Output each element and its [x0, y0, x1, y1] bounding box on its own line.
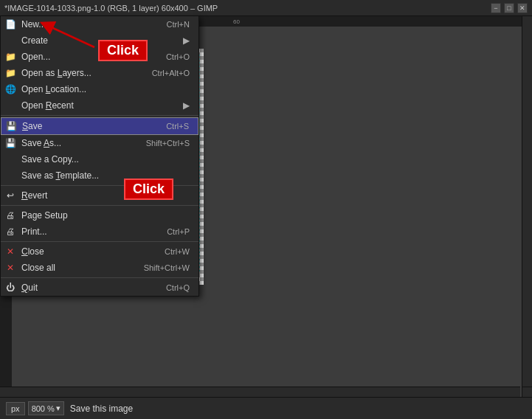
menu-item-new-label: New...	[21, 19, 152, 30]
close-button[interactable]: ✕	[517, 3, 528, 13]
recent-arrow-icon: ▶	[183, 100, 190, 111]
ruler-h-60: 60	[233, 18, 240, 25]
menu-item-open[interactable]: 📁 Open... Ctrl+O	[1, 49, 198, 65]
menu-item-revert[interactable]: ↩ Revert	[1, 187, 198, 204]
menu-item-open-location-label: Open Location...	[21, 84, 175, 94]
menu-item-new[interactable]: 📄 New... Ctrl+N	[1, 16, 198, 32]
save-as-icon: 💾	[5, 138, 15, 148]
menu-item-close-all[interactable]: ✕ Close all Shift+Ctrl+W	[1, 260, 198, 276]
menu-item-save-as[interactable]: 💾 Save As... Shift+Ctrl+S	[1, 135, 198, 151]
horizontal-scrollbar[interactable]	[0, 387, 520, 397]
menu-item-create[interactable]: Create ▶	[1, 32, 198, 49]
menu-item-new-shortcut: Ctrl+N	[167, 20, 190, 29]
menu-item-save-template[interactable]: Save as Template...	[1, 167, 198, 184]
save-copy-icon	[5, 154, 15, 165]
menu-item-save-label: Save	[22, 121, 151, 131]
zoom-selector[interactable]: 800 % ▾	[28, 401, 64, 415]
menu-item-open-shortcut: Ctrl+O	[166, 52, 190, 61]
close-icon: ✕	[5, 246, 15, 257]
title-bar: *IMAGE-1014-1033.png-1.0 (RGB, 1 layer) …	[0, 0, 532, 16]
menu-item-open-layers-shortcut: Ctrl+Alt+O	[152, 69, 190, 77]
menu-item-save-copy[interactable]: Save a Copy...	[1, 151, 198, 167]
menu-item-close-all-shortcut: Shift+Ctrl+W	[144, 263, 190, 272]
separator-4	[1, 241, 198, 242]
scroll-corner	[522, 387, 532, 397]
separator-5	[1, 277, 198, 278]
create-arrow-icon: ▶	[183, 35, 190, 46]
recent-icon	[5, 100, 15, 111]
globe-icon: 🌐	[5, 84, 15, 94]
revert-icon: ↩	[5, 190, 15, 201]
open-folder-icon: 📁	[5, 52, 15, 62]
close-all-icon: ✕	[5, 263, 15, 273]
window-title: *IMAGE-1014-1033.png-1.0 (RGB, 1 layer) …	[4, 4, 218, 13]
menu-item-page-setup-label: Page Setup	[21, 210, 175, 221]
save-template-icon	[5, 170, 15, 181]
menu-item-print-label: Print...	[21, 226, 152, 237]
open-layers-icon: 📁	[5, 68, 15, 78]
menu-item-page-setup[interactable]: 🖨 Page Setup	[1, 207, 198, 224]
separator-2	[1, 185, 198, 186]
menu-item-open-layers-label: Open as Layers...	[21, 68, 137, 78]
zoom-value: 800 %	[32, 404, 55, 413]
menu-item-print[interactable]: 🖨 Print... Ctrl+P	[1, 224, 198, 240]
menu-item-save[interactable]: 💾 Save Ctrl+S	[1, 117, 198, 135]
menu-item-print-shortcut: Ctrl+P	[167, 227, 190, 236]
menu-item-open-recent-label: Open Recent	[21, 100, 180, 111]
separator-1	[1, 115, 198, 116]
create-icon	[5, 35, 15, 46]
status-bar: px 800 % ▾ Save this image	[0, 397, 532, 419]
zoom-arrow-icon: ▾	[56, 404, 61, 413]
menu-item-save-shortcut: Ctrl+S	[166, 122, 189, 131]
menu-item-open-layers[interactable]: 📁 Open as Layers... Ctrl+Alt+O	[1, 65, 198, 81]
menu-item-save-copy-label: Save a Copy...	[21, 154, 175, 165]
menu-item-open-location[interactable]: 🌐 Open Location...	[1, 81, 198, 97]
unit-selector[interactable]: px	[6, 402, 25, 415]
menu-item-close-label: Close	[21, 246, 150, 257]
menu-item-quit[interactable]: ⏻ Quit Ctrl+Q	[1, 280, 198, 296]
menu-item-quit-shortcut: Ctrl+Q	[166, 283, 190, 292]
file-dropdown: 📄 New... Ctrl+N Create ▶ 📁 Open... Ctrl+…	[0, 16, 199, 297]
window-controls: − □ ✕	[491, 3, 528, 13]
new-file-icon: 📄	[5, 19, 15, 30]
maximize-button[interactable]: □	[504, 3, 514, 13]
save-icon: 💾	[6, 121, 16, 131]
page-setup-icon: 🖨	[5, 210, 15, 221]
menu-item-open-recent[interactable]: Open Recent ▶	[1, 97, 198, 114]
menu-item-save-as-label: Save As...	[21, 138, 131, 148]
menu-item-close-shortcut: Ctrl+W	[165, 247, 190, 256]
status-message: Save this image	[70, 404, 133, 414]
vertical-scrollbar[interactable]	[522, 16, 532, 387]
menu-item-close[interactable]: ✕ Close Ctrl+W	[1, 243, 198, 260]
menu-item-create-label: Create	[21, 35, 180, 46]
menu-item-quit-label: Quit	[21, 283, 151, 293]
separator-3	[1, 205, 198, 206]
menu-item-save-as-shortcut: Shift+Ctrl+S	[146, 139, 190, 148]
menu-item-revert-label: Revert	[21, 190, 175, 201]
print-icon: 🖨	[5, 226, 15, 237]
quit-icon: ⏻	[5, 283, 15, 293]
menu-item-open-label: Open...	[21, 52, 151, 62]
minimize-button[interactable]: −	[491, 3, 501, 13]
menu-item-close-all-label: Close all	[21, 263, 129, 273]
menu-item-save-template-label: Save as Template...	[21, 170, 175, 181]
